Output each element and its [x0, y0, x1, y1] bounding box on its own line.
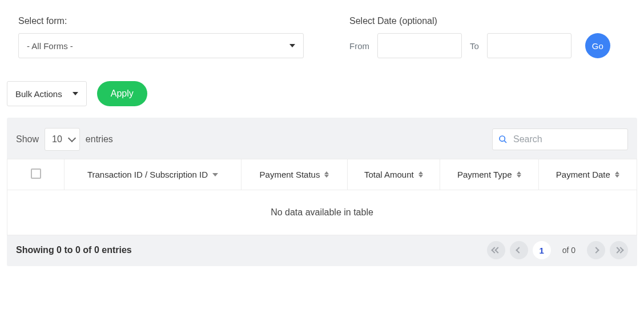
column-payment-date[interactable]: Payment Date: [538, 159, 637, 190]
pagination-next[interactable]: [587, 241, 605, 259]
sort-icon: [615, 171, 619, 178]
to-label: To: [470, 41, 479, 51]
from-label: From: [349, 41, 369, 51]
show-label: Show: [16, 134, 39, 145]
chevron-down-icon: [68, 134, 76, 142]
column-total-amount[interactable]: Total Amount: [348, 159, 440, 190]
select-date-label: Select Date (optional): [349, 16, 610, 26]
column-transaction-id[interactable]: Transaction ID / Subscription ID: [65, 159, 242, 190]
column-label: Total Amount: [364, 170, 414, 179]
pagination-last[interactable]: [610, 241, 628, 259]
no-data-message: No data available in table: [7, 190, 637, 235]
column-payment-status[interactable]: Payment Status: [242, 159, 348, 190]
sort-icon: [517, 171, 521, 178]
column-label: Payment Status: [260, 170, 320, 179]
search-wrap: [492, 129, 628, 150]
double-chevron-right-icon: [615, 248, 623, 252]
column-label: Payment Type: [457, 170, 512, 179]
sort-icon: [324, 171, 329, 178]
chevron-right-icon: [593, 247, 599, 253]
apply-button[interactable]: Apply: [97, 81, 147, 106]
svg-point-0: [500, 136, 505, 141]
column-label: Payment Date: [556, 170, 610, 179]
pagination-current-page[interactable]: 1: [533, 241, 551, 259]
entries-label: entries: [86, 134, 113, 145]
caret-down-icon: [289, 44, 295, 47]
svg-line-1: [504, 141, 506, 143]
showing-entries-text: Showing 0 to 0 of 0 entries: [16, 245, 132, 255]
pagination: 1 of 0: [487, 241, 628, 259]
search-input[interactable]: [513, 134, 627, 145]
sort-icon: [212, 173, 218, 176]
sort-icon: [418, 171, 423, 178]
pagination-of-total: of 0: [562, 246, 575, 255]
column-label: Transaction ID / Subscription ID: [87, 170, 208, 179]
caret-down-icon: [73, 92, 78, 95]
pagination-prev[interactable]: [510, 241, 528, 259]
table-container: Show 10 entries Transaction I: [7, 118, 637, 266]
chevron-left-icon: [516, 247, 522, 253]
search-icon: [498, 135, 508, 144]
date-from-input[interactable]: [377, 33, 462, 58]
page-size-select[interactable]: 10: [45, 128, 80, 151]
bulk-actions-label: Bulk Actions: [15, 89, 62, 99]
double-chevron-left-icon: [492, 248, 500, 252]
page-size-value: 10: [52, 134, 62, 145]
form-select-value: - All Forms -: [27, 41, 73, 51]
date-to-input[interactable]: [487, 33, 571, 58]
select-all-checkbox[interactable]: [31, 168, 41, 179]
form-select[interactable]: - All Forms -: [18, 33, 304, 58]
pagination-first[interactable]: [487, 241, 505, 259]
go-button[interactable]: Go: [585, 33, 610, 58]
data-table: Transaction ID / Subscription ID Payment…: [7, 159, 637, 235]
bulk-actions-select[interactable]: Bulk Actions: [7, 81, 87, 106]
select-form-label: Select form:: [18, 16, 304, 26]
column-payment-type[interactable]: Payment Type: [440, 159, 538, 190]
